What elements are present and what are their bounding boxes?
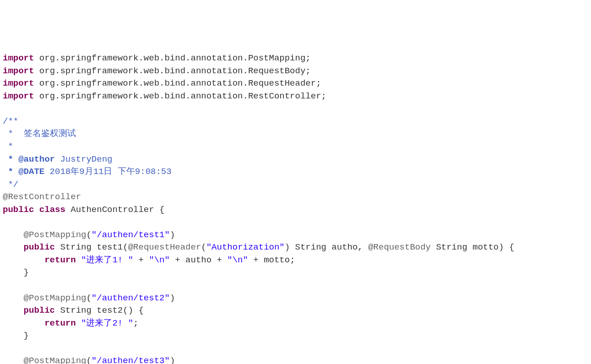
import-line-1: org.springframework.web.bind.annotation.… (39, 53, 311, 63)
m1-p2: + autho + (170, 255, 227, 265)
m2-semi: ; (133, 318, 138, 328)
m1-anno-arg: "/authen/test1" (92, 230, 170, 240)
m1-rb-rest: String motto) { (431, 242, 514, 252)
m3-anno-arg: "/authen/test3" (92, 356, 170, 364)
m1-s3: "\n" (227, 255, 248, 265)
kw-public: public (3, 205, 34, 215)
kw-import: import (3, 91, 34, 101)
kw-class: class (39, 205, 65, 215)
kw-import: import (3, 53, 34, 63)
m1-s2: "\n" (149, 255, 170, 265)
kw-public: public (24, 242, 55, 252)
import-line-4: org.springframework.web.bind.annotation.… (39, 91, 326, 101)
javadoc-desc: * 签名鉴权测试 (3, 129, 76, 139)
m3-anno-open: ( (86, 356, 91, 364)
javadoc-date-tag: * @DATE (3, 167, 44, 177)
javadoc-author-name: JustryDeng (55, 154, 112, 164)
m1-p1: + (133, 255, 149, 265)
m1-rh-anno: @RequestHeader (128, 242, 201, 252)
javadoc-blank: * (3, 141, 13, 152)
javadoc-close: */ (3, 179, 18, 190)
import-line-3: org.springframework.web.bind.annotation.… (39, 78, 321, 88)
m3-anno-close: ) (170, 356, 175, 364)
m1-anno-close: ) (170, 230, 175, 240)
import-line-2: org.springframework.web.bind.annotation.… (39, 66, 311, 76)
m2-ret-str: "进来了2! " (76, 318, 133, 328)
m2-anno-close: ) (170, 293, 175, 303)
kw-return: return (44, 318, 76, 328)
javadoc-open: /** (3, 116, 18, 126)
m1-close: } (24, 267, 29, 277)
m1-anno: @PostMapping (24, 230, 87, 240)
m3-anno: @PostMapping (24, 356, 87, 364)
class-annotation: @RestController (3, 192, 81, 202)
m1-rh-open: ( (201, 242, 206, 252)
m1-s1: "进来了1! " (76, 255, 133, 265)
kw-import: import (3, 66, 34, 76)
m2-anno: @PostMapping (24, 293, 87, 303)
m1-rh-close: ) (285, 242, 290, 252)
kw-public: public (24, 305, 55, 315)
javadoc-author-tag: * @author (3, 154, 55, 164)
m1-rb-anno: @RequestBody (368, 242, 431, 252)
m1-rh-arg: "Authorization" (206, 242, 285, 252)
javadoc-date-val: 2018年9月11日 下午9:08:53 (44, 167, 171, 177)
m1-p3: + motto; (248, 255, 295, 265)
m2-anno-arg: "/authen/test2" (92, 293, 170, 303)
m2-close: } (24, 331, 29, 341)
kw-return: return (44, 255, 76, 265)
m1-sig: String test1( (55, 242, 128, 252)
m1-rh-rest: String autho, (290, 242, 368, 252)
class-name: AuthenController { (65, 205, 165, 215)
m1-anno-open: ( (86, 230, 91, 240)
kw-import: import (3, 78, 34, 88)
code-block: import org.springframework.web.bind.anno… (3, 52, 588, 364)
m2-sig: String test2() { (55, 305, 144, 315)
m2-anno-open: ( (86, 293, 91, 303)
